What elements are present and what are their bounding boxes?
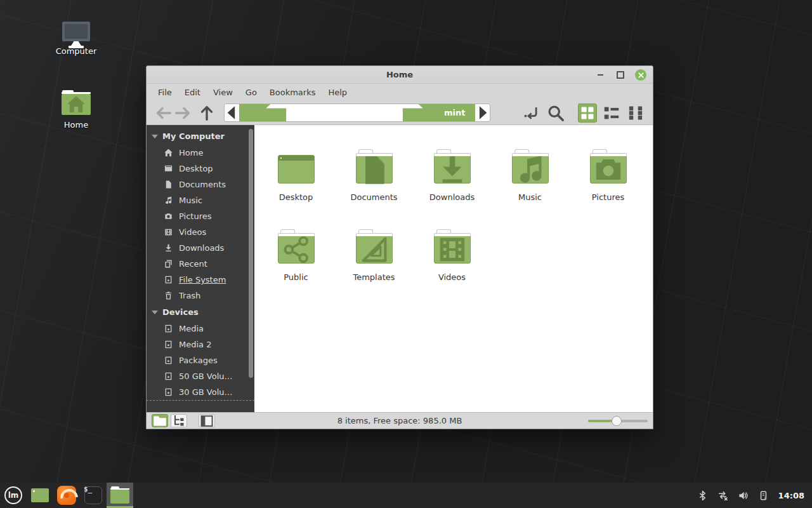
sidebar-section-header[interactable]: My Computer — [147, 128, 254, 145]
sidebar-item[interactable]: Home — [147, 145, 254, 161]
sidebar-toggle-icon — [199, 413, 214, 429]
taskbar-launcher[interactable]: lm — [0, 483, 27, 508]
window-controls — [594, 66, 646, 84]
clock[interactable]: 14:08 — [778, 491, 804, 500]
location-icon — [522, 104, 541, 123]
breadcrumb-prev-button[interactable] — [225, 104, 239, 121]
back-button[interactable] — [154, 104, 173, 123]
menu-item[interactable]: Go — [239, 85, 263, 100]
music-icon — [164, 196, 173, 205]
hide-sidebar-button[interactable] — [199, 414, 215, 427]
drive-icon — [164, 387, 173, 397]
sidebar-item[interactable]: Music — [147, 192, 254, 208]
zoom-slider[interactable] — [588, 416, 648, 426]
desktop-icon-home[interactable]: Home — [47, 88, 105, 130]
folder-icon — [434, 155, 471, 184]
file-grid[interactable]: Desktop Documents — [254, 125, 653, 412]
battery-icon[interactable] — [758, 490, 769, 501]
scrollbar-thumb[interactable] — [249, 129, 253, 378]
sidebar-section: My Computer Home Desktop — [147, 128, 254, 304]
search-button[interactable] — [546, 104, 565, 123]
menu-item[interactable]: Edit — [178, 85, 207, 100]
grid-icon — [579, 104, 596, 122]
taskbar: lm $_ 14:08 — [0, 483, 812, 508]
file-label: Pictures — [592, 192, 624, 202]
sidebar-section-header[interactable]: Devices — [147, 304, 254, 321]
sidebar-item[interactable]: Packages — [147, 352, 254, 368]
sidebar-item[interactable]: Desktop — [147, 161, 254, 177]
file-item[interactable]: Documents — [335, 138, 413, 218]
share-icon — [278, 232, 314, 267]
sidebar-scrollbar[interactable] — [249, 129, 253, 407]
maximize-button[interactable] — [615, 69, 626, 81]
taskbar-launcher[interactable]: $_ — [80, 483, 107, 508]
folder-icon — [512, 155, 549, 184]
network-icon[interactable] — [717, 490, 728, 501]
desktop-icon-computer[interactable]: Computer — [47, 22, 105, 56]
file-item[interactable]: Downloads — [413, 138, 491, 218]
film-icon — [435, 232, 470, 267]
window-body: My Computer Home Desktop — [147, 125, 653, 412]
show-places-button[interactable] — [152, 414, 168, 427]
menu-item[interactable]: Help — [322, 85, 353, 100]
slider-handle[interactable] — [612, 416, 622, 426]
home-folder-icon — [62, 94, 91, 115]
file-item[interactable]: Pictures — [569, 138, 647, 218]
status-text: 8 items, Free space: 985.0 MB — [147, 416, 653, 425]
sidebar-item[interactable]: Pictures — [147, 208, 254, 224]
sidebar-item[interactable]: Downloads — [147, 240, 254, 256]
close-button[interactable] — [635, 69, 646, 81]
bluetooth-icon[interactable] — [697, 490, 708, 501]
folder-icon — [356, 155, 393, 184]
file-item[interactable]: Desktop — [257, 138, 335, 218]
statusbar: 8 items, Free space: 985.0 MB — [147, 412, 653, 429]
sidebar-item[interactable]: Media — [147, 321, 254, 337]
minimize-button[interactable] — [594, 69, 606, 81]
file-item[interactable]: Templates — [335, 218, 413, 298]
compact-view-button[interactable] — [626, 104, 645, 123]
file-item[interactable]: Videos — [413, 218, 491, 298]
file-label: Desktop — [279, 192, 313, 202]
sidebar-item[interactable]: Videos — [147, 224, 254, 240]
volume-icon[interactable] — [738, 490, 749, 501]
sidebar-item[interactable]: Documents — [147, 177, 254, 192]
toolbar: mint — [147, 101, 653, 125]
menu-item[interactable]: Bookmarks — [263, 85, 322, 100]
sidebar-item[interactable]: Trash — [147, 288, 254, 304]
file-item[interactable]: Public — [257, 218, 335, 298]
folder-icon — [356, 235, 393, 264]
list-view-button[interactable] — [602, 104, 621, 123]
breadcrumb-next-button[interactable] — [475, 104, 490, 121]
sidebar-item[interactable]: File System — [147, 272, 254, 288]
document-icon — [164, 180, 173, 189]
show-treeview-button[interactable] — [171, 414, 187, 427]
sidebar-item[interactable]: 50 GB Volu… — [147, 368, 254, 384]
taskbar-launcher[interactable] — [107, 483, 133, 508]
desktop-icon-label: Home — [47, 120, 105, 130]
grid-view-button[interactable] — [578, 104, 597, 123]
drive-icon — [164, 356, 173, 365]
document-icon — [357, 152, 392, 187]
file-manager-window: Home FileEditViewGoBookmarksHelp mint — [146, 65, 653, 429]
breadcrumb-current[interactable]: mint — [239, 104, 475, 121]
film-icon — [164, 227, 173, 237]
forward-button[interactable] — [173, 104, 192, 123]
taskbar-launcher[interactable] — [27, 483, 53, 508]
drive-icon — [164, 275, 173, 284]
file-item[interactable]: Music — [491, 138, 569, 218]
sidebar-item[interactable]: Recent — [147, 256, 254, 272]
location-entry-button[interactable] — [522, 104, 541, 123]
sidebar-item[interactable]: 30 GB Volu… — [147, 384, 254, 401]
drive-icon — [164, 324, 173, 333]
sidebar-item[interactable]: Media 2 — [147, 337, 254, 352]
home-icon — [249, 104, 440, 122]
search-icon — [546, 104, 565, 123]
up-button[interactable] — [197, 104, 216, 123]
desktop: Computer Home Home FileEditViewGoBookmar… — [0, 0, 812, 508]
titlebar[interactable]: Home — [147, 66, 653, 84]
file-label: Downloads — [429, 192, 475, 202]
chev-left-icon — [225, 105, 239, 120]
menu-item[interactable]: File — [152, 85, 178, 100]
taskbar-launcher[interactable] — [53, 483, 80, 508]
menu-item[interactable]: View — [207, 85, 239, 100]
